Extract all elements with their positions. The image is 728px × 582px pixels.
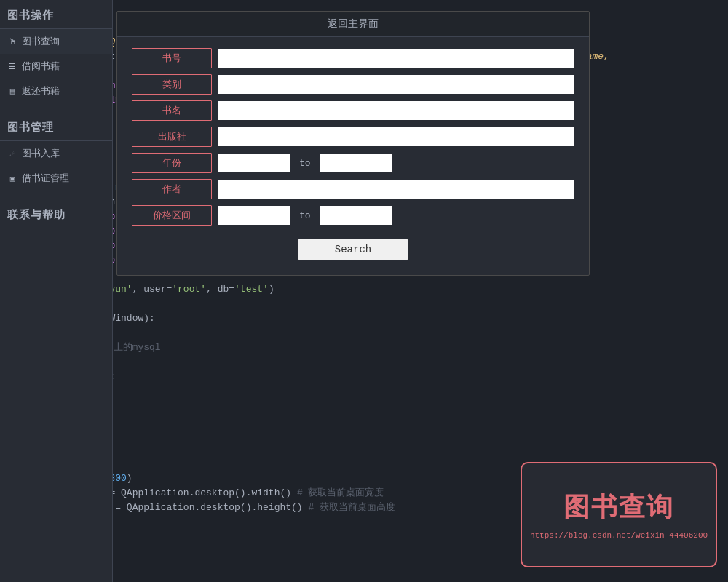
input-isbn[interactable] xyxy=(218,49,574,68)
sidebar-item-book-search[interactable]: 🖱 图书查询 xyxy=(0,29,112,54)
to-label-price: to xyxy=(296,210,314,221)
label-publisher: 出版社 xyxy=(132,127,212,147)
input-publisher[interactable] xyxy=(218,127,574,146)
borrow-icon: ☰ xyxy=(7,62,17,71)
sidebar-section-contact: 联系与帮助 xyxy=(0,199,112,228)
sidebar-item-borrow[interactable]: ☰ 借阅书籍 xyxy=(0,54,112,79)
form-row-publisher: 出版社 xyxy=(132,127,574,147)
sidebar-section-book-ops: 图书操作 xyxy=(0,0,112,29)
search-button[interactable]: Search xyxy=(298,239,408,260)
sidebar-item-card-manage[interactable]: ▣ 借书证管理 xyxy=(0,166,112,191)
sidebar: 图书操作 🖱 图书查询 ☰ 借阅书籍 ▤ 返还书籍 图书管理 ☄ 图书入库 ▣ … xyxy=(0,0,113,582)
to-label-year: to xyxy=(296,158,314,169)
form-row-price: 价格区间 to xyxy=(132,205,574,226)
sidebar-section-book-manage: 图书管理 xyxy=(0,112,112,141)
label-year: 年份 xyxy=(132,153,212,173)
watermark-title: 图书查询 xyxy=(563,490,674,525)
form-row-category: 类别 xyxy=(132,74,574,95)
watermark-url: https://blog.csdn.net/weixin_44406200 xyxy=(530,531,708,540)
return-icon: ▤ xyxy=(7,87,17,96)
input-price-from[interactable] xyxy=(218,206,290,225)
input-year-to[interactable] xyxy=(320,154,392,172)
input-category[interactable] xyxy=(218,75,574,94)
watermark-box: 图书查询 https://blog.csdn.net/weixin_444062… xyxy=(521,462,717,567)
mouse-icon: 🖱 xyxy=(7,37,17,47)
card-icon: ▣ xyxy=(7,174,17,183)
search-dialog: 返回主界面 书号 类别 书名 出版社 年份 to 作者 价格区间 to Sear… xyxy=(116,11,590,276)
input-year-from[interactable] xyxy=(218,154,290,172)
form-row-year: 年份 to xyxy=(132,153,574,173)
label-category: 类别 xyxy=(132,74,212,95)
label-title: 书名 xyxy=(132,100,212,121)
input-price-to[interactable] xyxy=(320,206,392,225)
input-author[interactable] xyxy=(218,180,574,199)
sidebar-item-book-ingest[interactable]: ☄ 图书入库 xyxy=(0,141,112,166)
form-row-author: 作者 xyxy=(132,179,574,199)
input-title[interactable] xyxy=(218,101,574,120)
form-row-title: 书名 xyxy=(132,100,574,121)
dialog-title[interactable]: 返回主界面 xyxy=(117,12,589,37)
sidebar-item-return[interactable]: ▤ 返还书籍 xyxy=(0,79,112,103)
label-author: 作者 xyxy=(132,179,212,199)
form-row-isbn: 书号 xyxy=(132,48,574,68)
label-isbn: 书号 xyxy=(132,48,212,68)
label-price: 价格区间 xyxy=(132,205,212,226)
ingest-icon: ☄ xyxy=(7,149,17,159)
